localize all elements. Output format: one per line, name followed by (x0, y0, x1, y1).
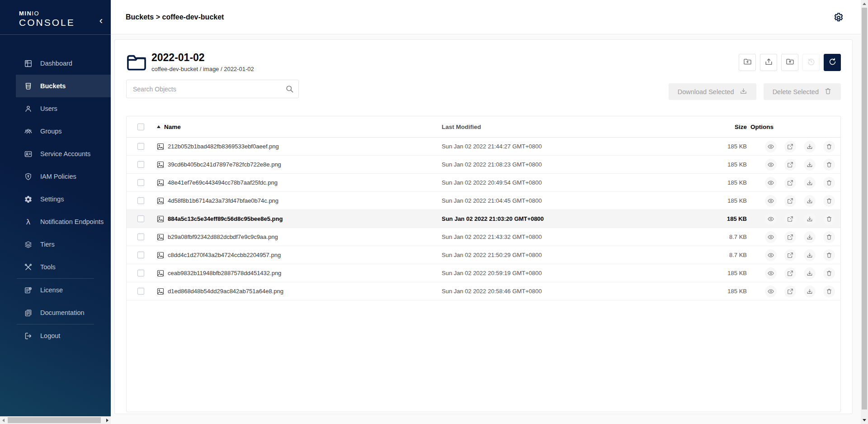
table-row[interactable]: 4d58f8b1b6714a23a73fd47bfae0b74c.png Sun… (127, 192, 840, 210)
vertical-scrollbar[interactable] (861, 0, 868, 424)
delete-trash-icon[interactable] (823, 213, 835, 225)
sidebar-item-settings[interactable]: Settings (16, 188, 111, 210)
table-row[interactable]: 884a5c13c5e34eff89c56d8c95bee8e5.png Sun… (127, 210, 840, 228)
table-row[interactable]: ceab9832b11948bfb2887578dd451432.png Sun… (127, 264, 840, 282)
sidebar-item-notification-endpoints[interactable]: λ Notification Endpoints (16, 210, 111, 233)
share-icon[interactable] (784, 141, 796, 152)
row-checkbox[interactable] (137, 288, 144, 295)
delete-trash-icon[interactable] (823, 159, 835, 171)
folder-header: 2022-01-02 coffee-dev-bucket / image / 2… (126, 52, 841, 72)
share-icon[interactable] (784, 286, 796, 297)
download-icon[interactable] (804, 231, 816, 243)
preview-eye-icon[interactable] (765, 286, 777, 297)
scroll-up-arrow-icon[interactable] (863, 3, 866, 5)
sidebar-item-iam-policies[interactable]: IAM Policies (16, 165, 111, 188)
delete-trash-icon[interactable] (823, 141, 835, 152)
sidebar-item-dashboard[interactable]: Dashboard (16, 52, 111, 75)
column-last-modified[interactable]: Last Modified (439, 124, 661, 130)
object-last-modified: Sun Jan 02 2022 20:59:19 GMT+0800 (439, 270, 661, 276)
upload-file-button[interactable] (760, 54, 777, 71)
gear-icon (833, 17, 844, 25)
select-all-checkbox[interactable] (137, 124, 144, 130)
table-row[interactable]: 212b052b1bad482fb8369533ebf0aeef.png Sun… (127, 138, 840, 156)
share-icon[interactable] (784, 231, 796, 243)
share-icon[interactable] (784, 177, 796, 189)
row-checkbox[interactable] (137, 252, 144, 258)
table-row[interactable]: 48e41ef7e69c443494cc78b7aaf25fdc.png Sun… (127, 174, 840, 192)
sidebar-item-logout[interactable]: Logout (16, 324, 111, 347)
preview-eye-icon[interactable] (765, 213, 777, 225)
refresh-button[interactable] (824, 54, 841, 71)
sidebar-item-groups[interactable]: Groups (16, 120, 111, 143)
share-icon[interactable] (784, 249, 796, 261)
download-icon[interactable] (804, 286, 816, 297)
share-icon[interactable] (784, 159, 796, 171)
preview-eye-icon[interactable] (765, 231, 777, 243)
row-checkbox[interactable] (137, 270, 144, 276)
delete-trash-icon[interactable] (823, 249, 835, 261)
row-checkbox[interactable] (137, 161, 144, 168)
row-checkbox[interactable] (137, 179, 144, 186)
download-icon[interactable] (804, 141, 816, 152)
notification-endpoints-icon: λ (24, 218, 33, 226)
row-checkbox[interactable] (137, 197, 144, 204)
delete-selected-button[interactable]: Delete Selected (764, 83, 841, 100)
preview-eye-icon[interactable] (765, 249, 777, 261)
object-name: d1ed868d48b54dd29ac842ab751a64e8.png (168, 288, 283, 295)
vertical-scrollbar-thumb[interactable] (862, 8, 867, 410)
row-checkbox[interactable] (137, 215, 144, 222)
sort-ascending-icon[interactable] (157, 125, 160, 128)
sidebar-item-label: Tools (40, 263, 56, 271)
upload-folder-button[interactable] (781, 54, 798, 71)
preview-eye-icon[interactable] (765, 195, 777, 207)
column-name[interactable]: Name (164, 124, 181, 130)
new-path-button[interactable] (739, 54, 756, 71)
download-icon[interactable] (804, 159, 816, 171)
preview-eye-icon[interactable] (765, 267, 777, 279)
settings-gear-button[interactable] (833, 12, 844, 24)
sidebar-collapse-button[interactable]: ‹ (99, 16, 103, 25)
sidebar-item-tiers[interactable]: Tiers (16, 233, 111, 256)
table-body: 212b052b1bad482fb8369533ebf0aeef.png Sun… (127, 138, 840, 300)
delete-trash-icon[interactable] (823, 177, 835, 189)
search-objects-input[interactable] (126, 80, 299, 98)
preview-eye-icon[interactable] (765, 177, 777, 189)
horizontal-scrollbar[interactable] (0, 416, 111, 424)
scroll-right-arrow-icon[interactable] (106, 419, 108, 422)
sidebar-item-license[interactable]: License (16, 279, 111, 301)
sidebar-item-tools[interactable]: Tools (16, 256, 111, 278)
sidebar-item-users[interactable]: Users (16, 97, 111, 120)
scroll-down-arrow-icon[interactable] (863, 419, 866, 421)
sidebar-item-documentation[interactable]: Documentation (16, 301, 111, 324)
download-icon[interactable] (804, 213, 816, 225)
delete-trash-icon[interactable] (823, 267, 835, 279)
tiers-icon (24, 240, 33, 249)
share-icon[interactable] (784, 213, 796, 225)
horizontal-scrollbar-thumb[interactable] (8, 417, 101, 423)
delete-trash-icon[interactable] (823, 286, 835, 297)
column-size[interactable]: Size (661, 124, 747, 130)
download-icon[interactable] (804, 249, 816, 261)
scroll-left-arrow-icon[interactable] (2, 419, 5, 422)
image-file-icon (157, 252, 164, 259)
preview-eye-icon[interactable] (765, 159, 777, 171)
share-icon[interactable] (784, 267, 796, 279)
download-icon[interactable] (804, 195, 816, 207)
table-row[interactable]: d1ed868d48b54dd29ac842ab751a64e8.png Sun… (127, 282, 840, 300)
table-row[interactable]: c8dd4c1d270f43a2b4724ccbb2204957.png Sun… (127, 246, 840, 264)
share-icon[interactable] (784, 195, 796, 207)
delete-trash-icon[interactable] (823, 231, 835, 243)
table-row[interactable]: 39cd6b405bc241d7897e782fcb722e8e.png Sun… (127, 156, 840, 174)
object-name: c8dd4c1d270f43a2b4724ccbb2204957.png (168, 252, 281, 258)
row-checkbox[interactable] (137, 143, 144, 150)
download-selected-button[interactable]: Download Selected (669, 83, 756, 100)
preview-eye-icon[interactable] (765, 141, 777, 152)
download-icon[interactable] (804, 267, 816, 279)
row-checkbox[interactable] (137, 233, 144, 240)
image-file-icon (157, 161, 164, 168)
table-row[interactable]: b29a08fbf92342d882dcbdf7e9c9c9aa.png Sun… (127, 228, 840, 246)
download-icon[interactable] (804, 177, 816, 189)
sidebar-item-buckets[interactable]: Buckets (16, 75, 111, 97)
sidebar-item-service-accounts[interactable]: Service Accounts (16, 143, 111, 165)
delete-trash-icon[interactable] (823, 195, 835, 207)
